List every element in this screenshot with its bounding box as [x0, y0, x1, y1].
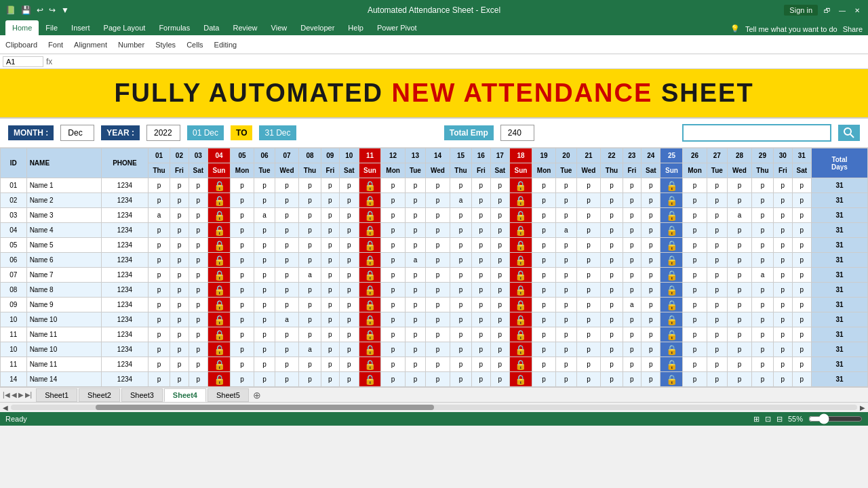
table-row: 06Name 61234ppp🔒pppppp🔒papppp🔒pppppp🔒ppp…: [1, 253, 868, 268]
scroll-left-btn[interactable]: ◀: [3, 404, 8, 411]
cell-att-13-1: p: [170, 372, 189, 387]
cell-att-4-0: p: [148, 238, 170, 253]
cell-att-4-20: p: [576, 238, 601, 253]
cell-att-10-8: p: [321, 327, 340, 342]
day-name-30: Fri: [774, 163, 793, 178]
tab-scroll-left-first[interactable]: |◀: [3, 391, 10, 399]
month-value[interactable]: Dec: [60, 125, 94, 141]
tab-view[interactable]: View: [264, 20, 294, 35]
lock-icon: 🔒: [515, 240, 526, 251]
day-num-13: 13: [405, 148, 425, 163]
day-num-29: 29: [751, 148, 773, 163]
cell-att-0-9: p: [340, 178, 359, 193]
sheet-tab-2[interactable]: Sheet2: [79, 388, 120, 402]
scroll-right-btn[interactable]: ▶: [860, 404, 865, 411]
cell-id-9: 10: [1, 312, 27, 327]
signin-button[interactable]: Sign in: [784, 5, 818, 16]
cell-name-10: Name 11: [26, 327, 101, 342]
tab-power-pivot[interactable]: Power Pivot: [370, 20, 424, 35]
attendance-table-container[interactable]: IDNAMEPHONE01020304050607080910111213141…: [0, 148, 868, 387]
tab-page-layout[interactable]: Page Layout: [97, 20, 153, 35]
normal-view-icon[interactable]: ⊞: [753, 415, 760, 424]
cell-att-6-5: p: [254, 268, 275, 283]
lock-icon: 🔒: [666, 180, 677, 191]
year-label: YEAR :: [101, 125, 140, 140]
tab-home[interactable]: Home: [5, 20, 39, 35]
lock-icon: 🔒: [666, 359, 677, 370]
tab-scroll-left[interactable]: ◀: [12, 391, 17, 399]
day-name-13: Tue: [405, 163, 425, 178]
scrollbar-track[interactable]: [11, 405, 857, 410]
tab-insert[interactable]: Insert: [64, 20, 97, 35]
quick-access-undo[interactable]: ↩: [37, 5, 43, 15]
search-input[interactable]: [682, 124, 831, 142]
quick-access-redo[interactable]: ↪: [49, 5, 56, 15]
cell-att-11-0: p: [148, 342, 170, 357]
horizontal-scrollbar[interactable]: ◀ ▶: [0, 402, 868, 412]
cell-att-7-26: p: [707, 283, 727, 298]
cell-att-0-30: p: [792, 178, 811, 193]
tab-developer[interactable]: Developer: [294, 20, 341, 35]
tell-me-input[interactable]: Tell me what you want to do: [745, 25, 837, 33]
cell-name-13: Name 14: [26, 372, 101, 387]
cell-att-8-14: p: [450, 298, 471, 312]
restore-button[interactable]: 🗗: [822, 5, 833, 16]
cell-att-0-6: p: [275, 178, 299, 193]
cell-att-10-16: p: [490, 327, 509, 342]
cell-att-4-24: 🔒: [660, 238, 683, 253]
table-row: 07Name 71234ppp🔒pppapp🔒pppppp🔒pppppp🔒ppp…: [1, 268, 868, 283]
search-button[interactable]: [838, 125, 860, 141]
name-box[interactable]: [3, 56, 43, 67]
page-layout-icon[interactable]: ⊡: [765, 415, 771, 424]
cell-att-12-24: 🔒: [660, 357, 683, 372]
lock-icon: 🔒: [515, 344, 526, 355]
cell-att-7-2: p: [189, 283, 208, 298]
tab-formulas[interactable]: Formulas: [152, 20, 197, 35]
month-label: MONTH :: [8, 125, 54, 140]
cell-att-6-15: p: [472, 268, 491, 283]
scrollbar-thumb[interactable]: [96, 405, 434, 410]
title-bar-left: 📗 💾 ↩ ↪ ▼: [5, 5, 69, 15]
zoom-slider[interactable]: [808, 413, 863, 424]
minimize-button[interactable]: —: [837, 5, 848, 16]
close-button[interactable]: ✕: [852, 5, 863, 16]
sheet-tab-3[interactable]: Sheet3: [121, 388, 163, 402]
tab-scroll-right[interactable]: ▶: [18, 391, 24, 399]
tab-data[interactable]: Data: [197, 20, 226, 35]
cell-att-8-28: p: [751, 298, 773, 312]
tab-scroll-right-last[interactable]: ▶|: [25, 391, 33, 399]
cell-att-12-1: p: [170, 357, 189, 372]
lock-icon: 🔒: [214, 210, 225, 221]
cell-att-5-16: p: [490, 253, 509, 268]
formula-bar-fx: fx: [46, 57, 52, 66]
cell-att-1-21: p: [601, 193, 623, 208]
cell-att-12-3: 🔒: [208, 357, 231, 372]
emp-value[interactable]: 240: [500, 125, 534, 141]
formula-input[interactable]: [55, 57, 865, 66]
cell-att-9-7: p: [299, 312, 321, 327]
cell-att-13-14: p: [450, 372, 471, 387]
sheet-tab-5[interactable]: Sheet5: [208, 388, 249, 402]
tab-help[interactable]: Help: [341, 20, 370, 35]
cell-att-12-9: p: [340, 357, 359, 372]
cell-att-3-6: p: [275, 223, 299, 238]
tab-file[interactable]: File: [39, 20, 64, 35]
quick-access-save[interactable]: 💾: [21, 5, 31, 15]
cell-name-0: Name 1: [26, 178, 101, 193]
cell-att-8-29: p: [774, 298, 793, 312]
cell-att-4-23: p: [642, 238, 660, 253]
cell-att-10-22: p: [623, 327, 642, 342]
year-value[interactable]: 2022: [146, 125, 180, 141]
cell-att-10-23: p: [642, 327, 660, 342]
cell-att-9-11: p: [381, 312, 405, 327]
cell-name-5: Name 6: [26, 253, 101, 268]
share-button[interactable]: Share: [843, 25, 863, 33]
sheet-tab-4[interactable]: Sheet4: [164, 388, 206, 402]
sheet-tab-1[interactable]: Sheet1: [36, 388, 77, 402]
cell-att-5-25: p: [683, 253, 707, 268]
tab-review[interactable]: Review: [226, 20, 264, 35]
add-sheet-button[interactable]: ⊕: [250, 390, 264, 401]
page-break-icon[interactable]: ⊟: [776, 415, 783, 424]
quick-access-more[interactable]: ▼: [61, 5, 69, 15]
cell-att-6-16: p: [490, 268, 509, 283]
